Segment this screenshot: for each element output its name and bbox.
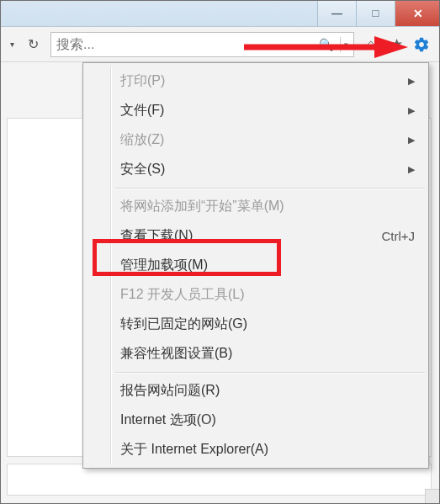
maximize-icon: □ [373,7,379,19]
toolbar-left: ▾ ↻ [0,34,47,56]
favorites-button[interactable]: ★ [386,34,406,55]
menu-item: F12 开发人员工具(L) [85,280,427,310]
refresh-button[interactable]: ↻ [24,35,42,54]
menu-item-label: 安全(S) [120,161,165,178]
minimize-button[interactable]: — [317,0,356,26]
menu-item-label: F12 开发人员工具(L) [120,286,245,304]
maximize-button[interactable]: □ [356,0,395,26]
gear-icon [413,36,430,53]
address-dropdown[interactable]: ▾ [5,34,19,56]
submenu-arrow-icon: ▶ [408,164,415,175]
menu-separator [115,188,425,188]
close-icon: ✕ [413,7,423,20]
menu-item: 打印(P)▶ [85,66,427,96]
menu-item[interactable]: 文件(F)▶ [85,96,427,125]
menu-item[interactable]: 查看下载(N)Ctrl+J [85,221,427,251]
minimize-icon: — [331,7,342,19]
search-provider-dropdown[interactable]: ▾ [344,40,348,49]
close-button[interactable]: ✕ [395,0,440,26]
menu-item-label: 关于 Internet Explorer(A) [120,441,268,459]
submenu-arrow-icon: ▶ [408,76,415,87]
tools-menu: 打印(P)▶文件(F)▶缩放(Z)▶安全(S)▶将网站添加到“开始”菜单(M)查… [82,62,429,469]
submenu-arrow-icon: ▶ [408,135,415,146]
search-separator [340,37,341,52]
home-button[interactable]: ⌂ [361,34,381,55]
browser-toolbar: ▾ ↻ 🔍 ▾ ⌂ ★ [0,27,440,62]
menu-item[interactable]: 关于 Internet Explorer(A) [85,435,427,464]
search-input[interactable] [56,37,315,52]
menu-item-label: 转到已固定的网站(G) [120,316,247,333]
refresh-icon: ↻ [28,36,39,52]
submenu-arrow-icon: ▶ [408,105,415,116]
menu-item[interactable]: 转到已固定的网站(G) [85,310,427,339]
menu-item-label: 兼容性视图设置(B) [120,345,232,363]
menu-item[interactable]: 兼容性视图设置(B) [85,339,427,369]
menu-shortcut: Ctrl+J [381,229,415,243]
menu-item-label: 将网站添加到“开始”菜单(M) [120,198,284,215]
menu-item-label: 查看下载(N) [120,227,193,245]
menu-item-label: 打印(P) [120,72,165,90]
home-icon: ⌂ [367,36,375,53]
toolbar-right: ⌂ ★ [358,34,435,55]
chevron-down-icon: ▾ [10,40,14,49]
menu-item: 缩放(Z)▶ [85,125,427,155]
menu-item-label: 文件(F) [120,102,164,119]
menu-item[interactable]: 安全(S)▶ [85,155,427,184]
menu-item-label: 报告网站问题(R) [120,382,220,400]
star-icon: ★ [390,35,403,53]
menu-item-label: Internet 选项(O) [120,411,216,429]
menu-item[interactable]: 管理加载项(M) [85,251,427,280]
tools-button[interactable] [411,34,432,55]
menu-item: 将网站添加到“开始”菜单(M) [85,192,427,221]
search-box[interactable]: 🔍 ▾ [50,32,354,57]
window-titlebar: — □ ✕ [0,0,440,27]
scroll-corner [425,489,440,504]
search-icon[interactable]: 🔍 [315,38,337,51]
menu-item[interactable]: 报告网站问题(R) [85,376,427,406]
menu-item[interactable]: Internet 选项(O) [85,406,427,435]
menu-separator [115,372,425,373]
menu-item-label: 管理加载项(M) [120,257,208,274]
menu-item-label: 缩放(Z) [120,131,164,149]
